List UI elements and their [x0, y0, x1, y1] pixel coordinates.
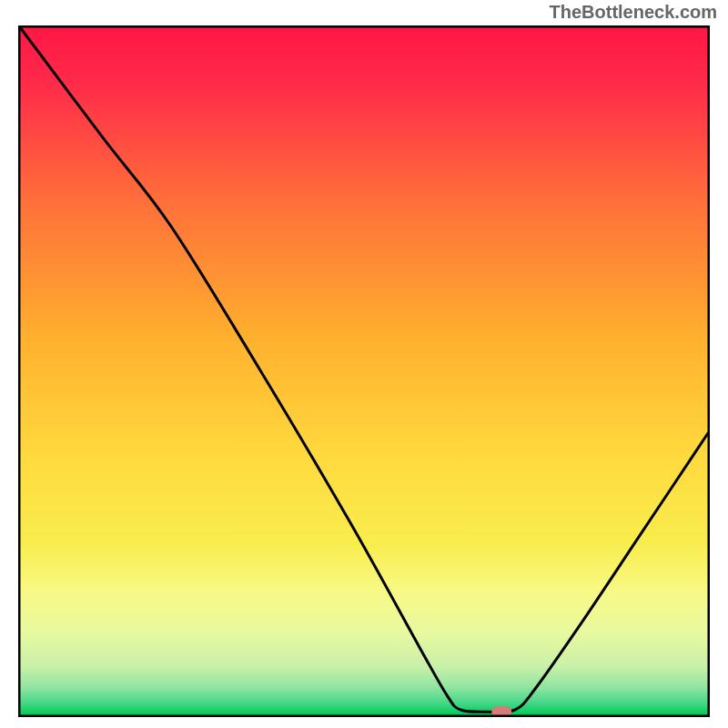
chart-background: [20, 27, 708, 715]
chart-container: TheBottleneck.com: [0, 0, 728, 728]
chart-svg: [18, 25, 710, 717]
watermark-text: TheBottleneck.com: [550, 2, 717, 23]
chart-plot-area: [18, 25, 710, 717]
